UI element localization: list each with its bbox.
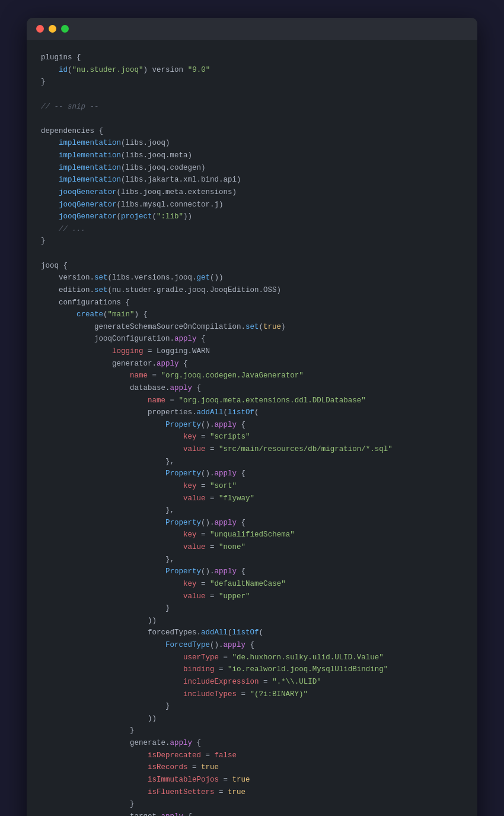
maximize-button[interactable] [61, 25, 69, 33]
title-bar [27, 18, 477, 40]
code-content: plugins { id("nu.studer.jooq") version "… [27, 40, 477, 816]
code-editor-window: plugins { id("nu.studer.jooq") version "… [27, 18, 477, 816]
minimize-button[interactable] [49, 25, 56, 33]
close-button[interactable] [36, 25, 44, 33]
